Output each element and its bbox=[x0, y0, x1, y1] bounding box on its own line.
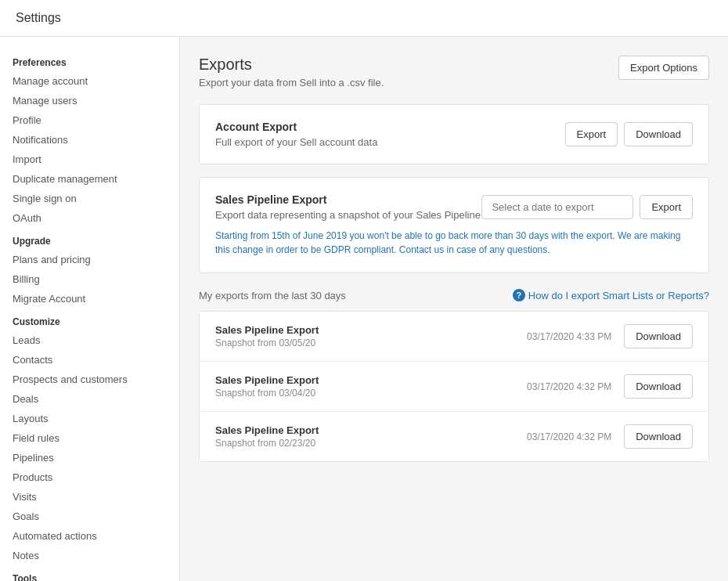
sidebar-item-plans-pricing[interactable]: Plans and pricing bbox=[0, 250, 179, 269]
sidebar-item-prospects-customers[interactable]: Prospects and customers bbox=[0, 370, 179, 389]
page-title: Settings bbox=[16, 11, 61, 24]
export-row-date-0: 03/17/2020 4:33 PM bbox=[527, 331, 611, 342]
export-options-button[interactable]: Export Options bbox=[618, 56, 709, 80]
export-row-sub-1: Snapshot from 03/04/20 bbox=[215, 388, 319, 399]
exports-subtitle: Export your data from Sell into a .csv f… bbox=[199, 77, 384, 88]
sidebar-item-products[interactable]: Products bbox=[0, 467, 179, 487]
page-header: Settings bbox=[0, 0, 728, 37]
export-row-1: Sales Pipeline Export Snapshot from 03/0… bbox=[200, 362, 708, 412]
info-icon: ? bbox=[513, 289, 525, 301]
account-export-desc: Full export of your Sell account data bbox=[215, 136, 377, 148]
gdpr-contact-link[interactable]: Contact us in case of any questions. bbox=[399, 244, 550, 255]
sidebar-item-migrate-account[interactable]: Migrate Account bbox=[0, 289, 179, 309]
pipeline-export-title: Sales Pipeline Export bbox=[215, 193, 481, 206]
sidebar-item-field-rules[interactable]: Field rules bbox=[0, 428, 179, 448]
account-download-button[interactable]: Download bbox=[624, 122, 693, 146]
export-row-0: Sales Pipeline Export Snapshot from 03/0… bbox=[200, 312, 708, 362]
sidebar-item-single-sign-on[interactable]: Single sign on bbox=[0, 189, 179, 208]
export-row-title-0: Sales Pipeline Export bbox=[215, 324, 319, 336]
export-row-sub-0: Snapshot from 03/05/20 bbox=[215, 337, 319, 348]
recent-exports-label: My exports from the last 30 days bbox=[199, 290, 346, 301]
sidebar-item-manage-users[interactable]: Manage users bbox=[0, 91, 179, 110]
sidebar-item-import[interactable]: Import bbox=[0, 150, 179, 169]
sidebar-item-leads[interactable]: Leads bbox=[0, 330, 179, 350]
sidebar: PreferencesManage accountManage usersPro… bbox=[0, 37, 180, 581]
sidebar-item-layouts[interactable]: Layouts bbox=[0, 409, 179, 428]
exports-heading: Exports Export your data from Sell into … bbox=[199, 56, 384, 88]
sidebar-item-notifications[interactable]: Notifications bbox=[0, 130, 179, 150]
sidebar-item-goals[interactable]: Goals bbox=[0, 507, 179, 526]
sidebar-item-oauth[interactable]: OAuth bbox=[0, 208, 179, 228]
sidebar-section-upgrade: Upgrade bbox=[0, 228, 179, 250]
date-select-input[interactable] bbox=[481, 195, 633, 219]
sidebar-item-duplicate-management[interactable]: Duplicate management bbox=[0, 169, 179, 189]
sidebar-section-tools: Tools bbox=[0, 565, 179, 581]
exports-title: Exports bbox=[199, 56, 384, 74]
sidebar-item-deals[interactable]: Deals bbox=[0, 389, 179, 409]
export-row-download-1[interactable]: Download bbox=[624, 374, 693, 399]
sidebar-item-notes[interactable]: Notes bbox=[0, 546, 179, 565]
account-export-card: Account Export Full export of your Sell … bbox=[199, 104, 709, 164]
account-export-title: Account Export bbox=[215, 121, 377, 133]
export-row-title-1: Sales Pipeline Export bbox=[215, 374, 319, 386]
sales-pipeline-export-card: Sales Pipeline Export Export data repres… bbox=[199, 177, 709, 273]
exports-list-card: Sales Pipeline Export Snapshot from 03/0… bbox=[199, 311, 709, 462]
pipeline-export-desc: Export data representing a snapshot of y… bbox=[215, 209, 481, 221]
help-link-text: How do I export Smart Lists or Reports? bbox=[528, 290, 709, 301]
export-row-download-2[interactable]: Download bbox=[624, 424, 693, 449]
main-content: Exports Export your data from Sell into … bbox=[180, 37, 728, 581]
sidebar-item-pipelines[interactable]: Pipelines bbox=[0, 448, 179, 467]
sidebar-item-manage-account[interactable]: Manage account bbox=[0, 71, 179, 91]
export-row-date-1: 03/17/2020 4:32 PM bbox=[527, 381, 611, 392]
sidebar-section-customize: Customize bbox=[0, 309, 179, 330]
account-export-button[interactable]: Export bbox=[565, 122, 618, 146]
sidebar-item-visits[interactable]: Visits bbox=[0, 487, 179, 507]
export-row-date-2: 03/17/2020 4:32 PM bbox=[527, 431, 611, 442]
sidebar-item-billing[interactable]: Billing bbox=[0, 269, 179, 289]
export-row-title-2: Sales Pipeline Export bbox=[215, 424, 319, 436]
export-row-download-0[interactable]: Download bbox=[624, 324, 693, 348]
sidebar-section-preferences: Preferences bbox=[0, 49, 179, 71]
pipeline-export-button[interactable]: Export bbox=[640, 195, 693, 219]
gdpr-notice: Starting from 15th of June 2019 you won'… bbox=[215, 229, 693, 257]
export-row-sub-2: Snapshot from 02/23/20 bbox=[215, 438, 319, 449]
help-link[interactable]: ? How do I export Smart Lists or Reports… bbox=[513, 289, 709, 301]
sidebar-item-profile[interactable]: Profile bbox=[0, 110, 179, 130]
export-row-2: Sales Pipeline Export Snapshot from 02/2… bbox=[200, 412, 708, 461]
sidebar-item-automated-actions[interactable]: Automated actions bbox=[0, 526, 179, 546]
sidebar-item-contacts[interactable]: Contacts bbox=[0, 350, 179, 370]
